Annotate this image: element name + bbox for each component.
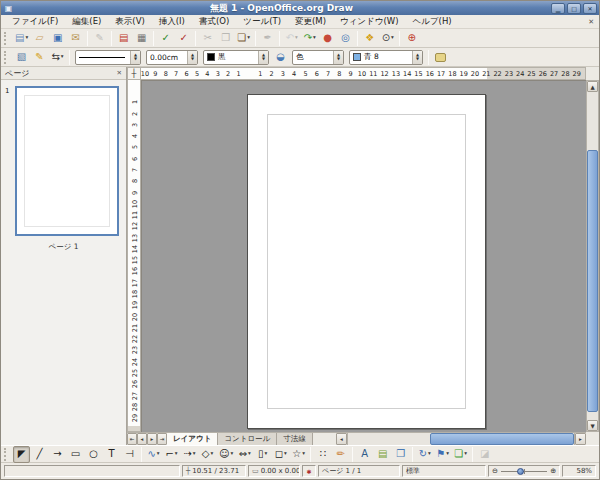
arrow-style-button[interactable]: ⇆ ▾: [49, 49, 66, 66]
dropdown-arrow-icon[interactable]: ▾: [391, 35, 394, 41]
arrange-button[interactable]: ❏▾: [452, 446, 469, 463]
select-button[interactable]: ◤: [13, 446, 30, 463]
basic-shapes-button[interactable]: ◇▾: [199, 446, 216, 463]
layer-tab-layout[interactable]: レイアウト: [167, 433, 218, 445]
document-as-email-button[interactable]: ✉: [67, 30, 84, 47]
drawing-canvas[interactable]: [141, 80, 586, 432]
menu-insert[interactable]: 挿入(I): [152, 15, 192, 29]
dropdown-arrow-icon[interactable]: ▾: [313, 35, 316, 41]
vertical-ruler[interactable]: 1234567891011121314151617181920212223242…: [127, 80, 141, 432]
zoom-out-icon[interactable]: ⊖: [492, 467, 498, 475]
menu-window[interactable]: ウィンドウ(W): [333, 15, 406, 29]
dropdown-arrow-icon[interactable]: ▾: [428, 451, 431, 457]
gallery-button[interactable]: ●: [319, 30, 336, 47]
edit-points-button[interactable]: ∷: [314, 446, 331, 463]
line-color-combo[interactable]: 黒 ▲▼: [203, 50, 269, 65]
save-button[interactable]: ▣: [49, 30, 66, 47]
spin-buttons[interactable]: ▲▼: [130, 51, 140, 64]
dropdown-arrow-icon[interactable]: ▾: [175, 451, 178, 457]
page-style-field[interactable]: 標準: [402, 465, 486, 477]
vertical-scroll-thumb[interactable]: [587, 150, 598, 412]
spellcheck-button[interactable]: ✓: [157, 30, 174, 47]
zoom-slider-track[interactable]: [501, 471, 547, 472]
toolbar-grip[interactable]: [4, 32, 9, 45]
line-ends-with-arrow-button[interactable]: →: [49, 446, 66, 463]
scroll-right-button[interactable]: ▸: [575, 433, 586, 445]
callouts-button[interactable]: ◻▾: [272, 446, 289, 463]
flowchart-button[interactable]: ▯▾: [254, 446, 271, 463]
menu-view[interactable]: 表示(V): [108, 15, 151, 29]
curve-button[interactable]: ∿▾: [145, 446, 162, 463]
fill-type-combo[interactable]: 色 ▲▼: [292, 50, 344, 65]
ruler-origin-button[interactable]: ┼: [127, 67, 141, 80]
horizontal-scroll-thumb[interactable]: [430, 433, 574, 445]
zoom-slider[interactable]: ⊖ ⊕: [488, 465, 560, 477]
horizontal-scrollbar[interactable]: ◂ ▸: [336, 433, 586, 445]
toolbar-grip[interactable]: [4, 51, 9, 64]
dropdown-arrow-icon[interactable]: ▾: [210, 451, 213, 457]
scroll-up-button[interactable]: ▲: [587, 81, 598, 92]
export-pdf-button[interactable]: ▤: [115, 30, 132, 47]
alignment-button[interactable]: ⚑▾: [434, 446, 451, 463]
menu-help[interactable]: ヘルプ(H): [406, 15, 459, 29]
menu-edit[interactable]: 編集(E): [65, 15, 108, 29]
menu-modify[interactable]: 変更(M): [288, 15, 333, 29]
help-button[interactable]: ⊕: [403, 30, 420, 47]
line-dialog-button[interactable]: ✎: [31, 49, 48, 66]
dropdown-arrow-icon[interactable]: ▾: [248, 451, 251, 457]
zoom-slider-thumb[interactable]: [517, 468, 524, 475]
previous-layer-button[interactable]: ◂: [137, 433, 147, 445]
spin-buttons[interactable]: ▲▼: [333, 51, 343, 64]
dropdown-arrow-icon[interactable]: ▾: [193, 451, 196, 457]
stars-button[interactable]: ☆▾: [290, 446, 307, 463]
lines-and-arrows-button[interactable]: ⇢▾: [181, 446, 198, 463]
spin-buttons[interactable]: ▲▼: [187, 51, 197, 64]
dropdown-arrow-icon[interactable]: ▾: [61, 54, 64, 60]
dropdown-arrow-icon[interactable]: ▾: [230, 451, 233, 457]
zoom-in-icon[interactable]: ⊕: [550, 467, 556, 475]
page-number-field[interactable]: ページ 1 / 1: [318, 465, 400, 477]
spin-buttons[interactable]: ▲▼: [412, 51, 422, 64]
rotate-button[interactable]: ↻▾: [416, 446, 433, 463]
line-button[interactable]: ╱: [31, 446, 48, 463]
vertical-text-button[interactable]: ⊣: [121, 446, 138, 463]
fontwork-gallery-button[interactable]: A: [356, 446, 373, 463]
last-layer-button[interactable]: ⇥: [157, 433, 167, 445]
dropdown-arrow-icon[interactable]: ▾: [284, 451, 287, 457]
layer-tab-controls[interactable]: コントロール: [218, 433, 277, 445]
toolbar-grip[interactable]: [4, 448, 9, 461]
zoom-button[interactable]: ⊙▾: [379, 30, 396, 47]
zoom-percentage-field[interactable]: 58%: [562, 465, 596, 477]
rectangle-button[interactable]: ▭: [67, 446, 84, 463]
zoom-and-pan-button[interactable]: ❖: [361, 30, 378, 47]
dropdown-arrow-icon[interactable]: ▾: [265, 451, 268, 457]
gallery-button[interactable]: ❐: [392, 446, 409, 463]
redo-button[interactable]: ↷▾: [301, 30, 318, 47]
horizontal-scroll-track[interactable]: [347, 433, 575, 445]
vertical-scroll-track[interactable]: [587, 92, 598, 420]
layer-tab-dimension-lines[interactable]: 寸法線: [277, 433, 313, 445]
paste-button[interactable]: ❏▾: [235, 30, 252, 47]
print-button[interactable]: ▦: [133, 30, 150, 47]
symbol-shapes-button[interactable]: ☺▾: [217, 446, 235, 463]
fill-color-combo[interactable]: 青 8 ▲▼: [349, 50, 423, 65]
insert-from-file-button[interactable]: ▤: [374, 446, 391, 463]
styles-and-formatting-button[interactable]: ▧: [13, 49, 30, 66]
maximize-button[interactable]: □: [567, 3, 581, 14]
navigator-button[interactable]: ◎: [337, 30, 354, 47]
block-arrows-button[interactable]: ⇔▾: [236, 446, 253, 463]
close-button[interactable]: ✕: [583, 3, 597, 14]
scroll-left-button[interactable]: ◂: [336, 433, 347, 445]
glue-points-button[interactable]: ✏: [332, 446, 349, 463]
drawing-page[interactable]: [247, 94, 486, 429]
menu-file[interactable]: ファイル(F): [5, 15, 65, 29]
ellipse-button[interactable]: ○: [85, 446, 102, 463]
line-style-combo[interactable]: ▲▼: [75, 50, 141, 65]
page-thumbnail[interactable]: [15, 86, 119, 236]
open-button[interactable]: ▱: [31, 30, 48, 47]
spin-buttons[interactable]: ▲▼: [258, 51, 268, 64]
dropdown-arrow-icon[interactable]: ▾: [446, 451, 449, 457]
text-button[interactable]: T: [103, 446, 120, 463]
vertical-scrollbar[interactable]: ▲ ▼: [586, 80, 599, 432]
dropdown-arrow-icon[interactable]: ▾: [157, 451, 160, 457]
